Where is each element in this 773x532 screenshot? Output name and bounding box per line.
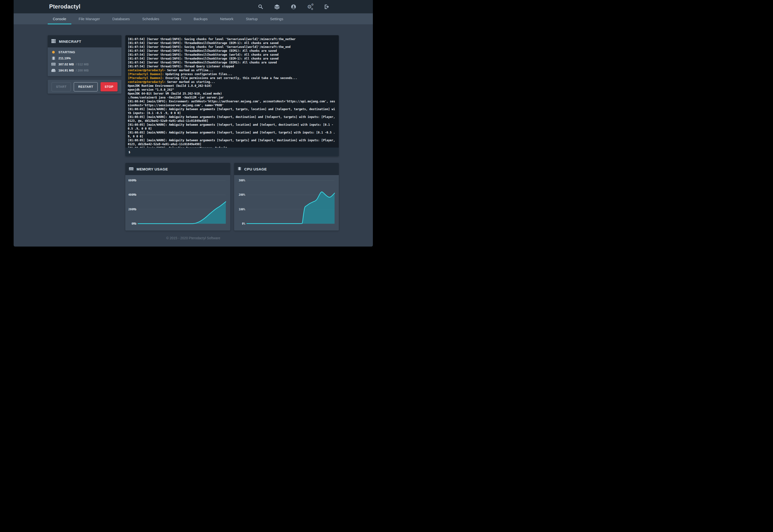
footer: © 2015 - 2020 Pterodactyl Software: [48, 231, 339, 240]
main-content: MINECRAFT STARTING 211.19%: [48, 24, 339, 240]
status-row: STARTING: [51, 51, 118, 54]
cogs-icon[interactable]: ⚙⚙⚙: [307, 4, 313, 10]
console-line: [01:07:54] [Server thread/INFO]: Saving …: [128, 37, 336, 41]
console-line: [01:08:05] [main/WARN]: Ambiguity betwee…: [128, 131, 336, 138]
restart-button[interactable]: RESTART: [74, 82, 98, 91]
chart-plot-area: 300%200%100%0%: [234, 175, 339, 231]
chart-card-header: MEMORY USAGE: [125, 163, 230, 175]
console-line: [01:07:54] [Server thread/INFO]: Saving …: [128, 45, 336, 49]
svg-text:100%: 100%: [239, 208, 245, 211]
tab-settings[interactable]: Settings: [265, 13, 288, 24]
server-info-card: MINECRAFT STARTING 211.19%: [48, 35, 121, 76]
console-line: [Pterodactyl Daemon]: Updating process c…: [128, 72, 336, 76]
sign-out-icon[interactable]: [324, 4, 330, 10]
console-line: [01:07:54] [Server thread/INFO]: Threade…: [128, 61, 336, 64]
search-icon[interactable]: [258, 4, 263, 10]
console-line: [01:08:05] [main/WARN]: Ambiguity betwee…: [128, 138, 336, 146]
status-label: STARTING: [58, 50, 75, 54]
console-line: [01:07:54] [Server thread/INFO]: Threade…: [128, 41, 336, 45]
tab-backups[interactable]: Backups: [188, 13, 213, 24]
server-nav: ConsoleFile ManagerDatabasesSchedulesUse…: [14, 13, 373, 24]
disk-stat-row: 184.91 MB / 200 MB: [51, 69, 118, 72]
console-line: container@pterodactyl~ Server marked as …: [128, 68, 336, 72]
usage-charts-row: MEMORY USAGE600Mb400Mb200Mb0MbCPU USAGE3…: [125, 163, 339, 231]
tab-users[interactable]: Users: [166, 13, 186, 24]
memory-stat-row: 307.02 MB / 512 MB: [51, 63, 118, 66]
tab-databases[interactable]: Databases: [107, 13, 135, 24]
console-log[interactable]: [01:07:54] [Server thread/INFO]: Saving …: [125, 35, 339, 148]
top-icon-group: ⚙⚙⚙: [258, 4, 339, 10]
svg-text:400Mb: 400Mb: [128, 193, 136, 196]
tab-startup[interactable]: Startup: [241, 13, 263, 24]
console-line: OpenJDK 64-Bit Server VM (build 25.262-b…: [128, 92, 336, 96]
svg-text:200Mb: 200Mb: [128, 208, 136, 211]
svg-text:200%: 200%: [239, 193, 245, 196]
memory-total: / 512 MB: [76, 62, 89, 66]
power-controls-card: START RESTART STOP: [48, 80, 121, 94]
server-sidebar: MINECRAFT STARTING 211.19%: [48, 35, 121, 231]
chart-title: CPU USAGE: [244, 167, 267, 171]
console-line: container@pterodactyl~ Server marked as …: [128, 80, 336, 84]
chart-card-header: CPU USAGE: [234, 163, 339, 175]
memory-used: 307.02 MB: [58, 62, 74, 66]
svg-text:0%: 0%: [242, 222, 245, 225]
console-line: [01:08:05] [main/WARN]: Ambiguity betwee…: [128, 107, 336, 115]
server-name: MINECRAFT: [59, 39, 81, 44]
status-dot-icon: [52, 51, 55, 53]
layers-icon[interactable]: [274, 4, 280, 10]
console-line: [01:07:54] [Server thread/INFO]: Threade…: [128, 53, 336, 57]
cpu-stat-row: 211.19%: [51, 57, 118, 60]
chip-icon: [51, 56, 55, 60]
svg-text:600Mb: 600Mb: [128, 179, 136, 182]
chip-icon: [238, 167, 241, 171]
stop-button[interactable]: STOP: [100, 82, 117, 91]
console-line: [01:07:54] [Server thread/INFO]: Thread …: [128, 64, 336, 68]
console-line: [01:07:54] [Server thread/INFO]: Threade…: [128, 49, 336, 53]
console-line: [01:08:05] [main/WARN]: Ambiguity betwee…: [128, 115, 336, 123]
console-line: openjdk version "1.8.0_262": [128, 88, 336, 92]
console-line: [01:08:05] [main/WARN]: Ambiguity betwee…: [128, 123, 336, 131]
server-card-header: MINECRAFT: [48, 35, 121, 47]
hdd-icon: [51, 69, 55, 72]
chart-plot-area: 600Mb400Mb200Mb0Mb: [125, 175, 230, 231]
chart-title: MEMORY USAGE: [136, 167, 168, 171]
tab-console[interactable]: Console: [48, 13, 71, 24]
tab-schedules[interactable]: Schedules: [137, 13, 164, 24]
console-line: [Pterodactyl Daemon]: Ensuring file perm…: [128, 76, 336, 80]
user-icon[interactable]: [291, 4, 297, 10]
cpu-value: 211.19%: [58, 56, 71, 60]
console-command-input[interactable]: [133, 150, 336, 154]
svg-text:0Mb: 0Mb: [131, 222, 136, 225]
tab-network[interactable]: Network: [215, 13, 239, 24]
console-line: [01:07:54] [Server thread/INFO]: Threade…: [128, 57, 336, 61]
ram-icon: [51, 63, 55, 66]
cpu-usage-card: CPU USAGE300%200%100%0%: [234, 163, 339, 231]
disk-used: 184.91 MB: [58, 69, 74, 72]
console-line: OpenJDK Runtime Environment (build 1.8.0…: [128, 84, 336, 88]
console-card: [01:07:54] [Server thread/INFO]: Saving …: [125, 35, 339, 156]
console-section: [01:07:54] [Server thread/INFO]: Saving …: [125, 35, 339, 231]
svg-text:300%: 300%: [239, 179, 245, 182]
console-line: [01:08:04] [main/INFO]: Environment: aut…: [128, 99, 336, 107]
start-button[interactable]: START: [52, 82, 71, 91]
memory-usage-card: MEMORY USAGE600Mb400Mb200Mb0Mb: [125, 163, 230, 231]
console-input-bar: $: [125, 148, 339, 156]
disk-total: / 200 MB: [76, 69, 89, 72]
top-bar: Pterodactyl ⚙⚙⚙: [14, 0, 373, 13]
app-window: Pterodactyl ⚙⚙⚙ ConsoleFile ManagerDatab…: [14, 0, 373, 247]
console-line: :/home/container$ java -Xms128M -Xmx512M…: [128, 96, 336, 99]
tab-file-manager[interactable]: File Manager: [73, 13, 105, 24]
console-prompt: $: [128, 150, 130, 154]
ram-icon: [129, 167, 133, 171]
server-icon: [51, 39, 56, 44]
app-title: Pterodactyl: [48, 3, 80, 10]
copyright-text: © 2015 - 2020 Pterodactyl Software: [166, 236, 220, 240]
